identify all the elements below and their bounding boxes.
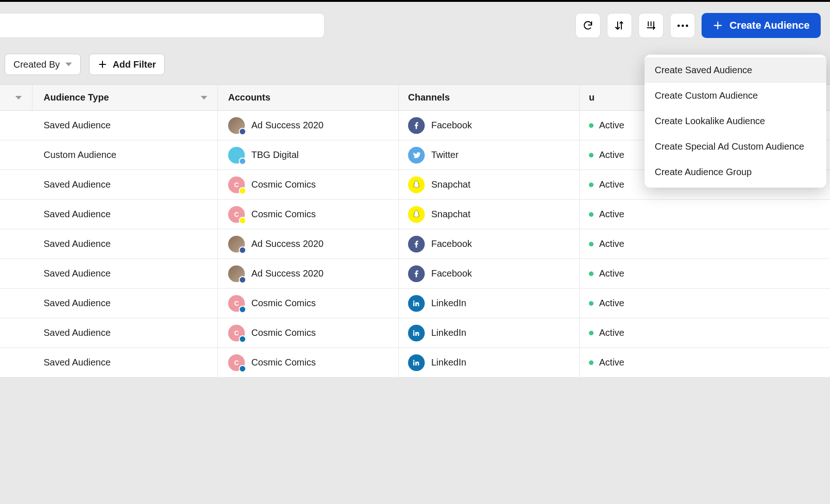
cell-status: Active (580, 318, 830, 347)
status-dot-icon (589, 271, 594, 276)
status-value: Active (599, 268, 624, 279)
dropdown-item[interactable]: Create Lookalike Audience (645, 108, 826, 134)
plus-icon (98, 60, 107, 69)
account-name: Cosmic Comics (251, 357, 316, 368)
cell-audience-type: Saved Audience (32, 318, 218, 347)
table-row[interactable]: Saved Audience C Cosmic Comics Snapchat … (0, 200, 830, 229)
cell-audience-type: Saved Audience (32, 289, 218, 318)
account-channel-badge-icon (239, 276, 246, 284)
table-row[interactable]: Saved Audience Ad Success 2020 Facebook … (0, 229, 830, 259)
audience-type-value: Saved Audience (44, 239, 111, 249)
dropdown-item[interactable]: Create Special Ad Custom Audience (645, 134, 826, 159)
account-avatar: C (228, 354, 245, 371)
more-button[interactable] (670, 13, 695, 38)
filter-icon (201, 96, 207, 100)
account-avatar (228, 265, 245, 282)
table-row[interactable]: Saved Audience Ad Success 2020 Facebook … (0, 259, 830, 289)
columns-icon (645, 20, 657, 31)
column-header-channels-label: Channels (408, 92, 450, 103)
refresh-icon (582, 20, 594, 31)
status-value: Active (599, 328, 624, 338)
channel-name: Snapchat (431, 209, 471, 220)
linkedin-icon (408, 295, 425, 312)
audience-type-value: Saved Audience (44, 357, 111, 368)
cell-account: C Cosmic Comics (218, 348, 399, 377)
sort-button[interactable] (607, 13, 632, 38)
column-header-status-label: u (589, 92, 594, 102)
cell-audience-type: Saved Audience (32, 348, 218, 377)
status-dot-icon (589, 360, 594, 365)
twitter-icon (408, 147, 425, 164)
cell-status: Active (580, 289, 830, 318)
account-name: Cosmic Comics (251, 298, 316, 309)
account-name: TBG Digital (251, 150, 299, 160)
account-avatar (228, 147, 245, 164)
column-header-blank[interactable] (0, 85, 32, 110)
cell-channel: LinkedIn (399, 318, 580, 347)
cell-status: Active (580, 348, 830, 377)
cell-channel: Facebook (399, 259, 580, 288)
cell-audience-type: Saved Audience (32, 229, 218, 258)
cell-status: Active (580, 259, 830, 288)
account-channel-badge-icon (239, 335, 246, 343)
linkedin-icon (408, 325, 425, 341)
refresh-button[interactable] (575, 13, 600, 38)
table-row[interactable]: Saved Audience C Cosmic Comics LinkedIn … (0, 318, 830, 348)
audience-type-value: Custom Audience (44, 150, 116, 160)
dropdown-item[interactable]: Create Audience Group (645, 159, 826, 185)
table-row[interactable]: Saved Audience C Cosmic Comics LinkedIn … (0, 289, 830, 318)
account-channel-badge-icon (239, 365, 246, 372)
account-channel-badge-icon (239, 217, 246, 224)
account-name: Cosmic Comics (251, 179, 316, 190)
cell-account: Ad Success 2020 (218, 229, 399, 258)
cell-channel: Facebook (399, 229, 580, 258)
cell-status: Active (580, 200, 830, 229)
account-name: Cosmic Comics (251, 328, 316, 338)
status-value: Active (599, 298, 624, 309)
cell-account: TBG Digital (218, 140, 399, 170)
snapchat-icon (408, 206, 425, 223)
filter-created-by[interactable]: Created By (5, 54, 81, 75)
column-header-channels[interactable]: Channels (399, 85, 580, 110)
cell-channel: LinkedIn (399, 289, 580, 318)
cell-channel: LinkedIn (399, 348, 580, 377)
plus-icon (713, 20, 723, 31)
search-input[interactable] (0, 13, 325, 38)
create-audience-button[interactable]: Create Audience (702, 13, 821, 38)
audience-type-value: Saved Audience (44, 120, 111, 131)
columns-button[interactable] (638, 13, 664, 38)
account-name: Cosmic Comics (251, 209, 316, 220)
account-channel-badge-icon (239, 306, 246, 313)
add-filter-button[interactable]: Add Filter (89, 54, 165, 75)
dropdown-item[interactable]: Create Saved Audience (645, 57, 826, 83)
account-channel-badge-icon (239, 187, 246, 195)
audience-type-value: Saved Audience (44, 328, 111, 338)
cell-account: C Cosmic Comics (218, 318, 399, 347)
account-avatar: C (228, 206, 245, 223)
status-value: Active (599, 209, 624, 220)
cell-account: C Cosmic Comics (218, 289, 399, 318)
status-dot-icon (589, 183, 594, 187)
channel-name: Facebook (431, 120, 472, 131)
cell-audience-type: Saved Audience (32, 170, 218, 199)
audience-type-value: Saved Audience (44, 179, 111, 190)
column-header-audience-type-label: Audience Type (44, 92, 109, 103)
status-value: Active (599, 150, 624, 160)
column-header-audience-type[interactable]: Audience Type (32, 85, 218, 110)
table-row[interactable]: Saved Audience C Cosmic Comics LinkedIn … (0, 348, 830, 378)
create-audience-dropdown: Create Saved AudienceCreate Custom Audie… (645, 55, 826, 188)
cell-channel: Snapchat (399, 170, 580, 199)
cell-status: Active (580, 229, 830, 258)
facebook-icon (408, 265, 425, 282)
column-header-accounts[interactable]: Accounts (218, 85, 399, 110)
dropdown-item[interactable]: Create Custom Audience (645, 83, 826, 108)
account-avatar: C (228, 325, 245, 341)
channel-name: LinkedIn (431, 357, 466, 368)
cell-account: Ad Success 2020 (218, 111, 399, 140)
account-avatar (228, 236, 245, 252)
status-value: Active (599, 357, 624, 368)
account-name: Ad Success 2020 (251, 268, 324, 279)
filter-created-by-label: Created By (13, 59, 60, 70)
status-dot-icon (589, 153, 594, 158)
account-avatar (228, 117, 245, 134)
